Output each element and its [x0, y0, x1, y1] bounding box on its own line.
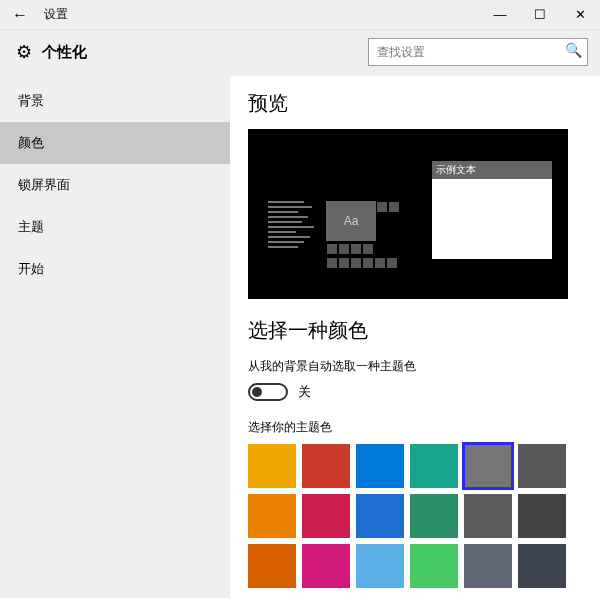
page-title: 个性化	[36, 43, 87, 62]
preview-window: 示例文本	[432, 161, 552, 259]
close-button[interactable]: ✕	[560, 7, 600, 22]
preview-window-title: 示例文本	[432, 161, 552, 179]
auto-pick-toggle[interactable]	[248, 383, 288, 401]
color-swatch-14[interactable]	[356, 544, 404, 588]
choose-color-heading: 选择一种颜色	[248, 317, 582, 344]
color-swatch-17[interactable]	[518, 544, 566, 588]
sidebar-item-3[interactable]: 主题	[0, 206, 230, 248]
color-swatch-8[interactable]	[356, 494, 404, 538]
color-swatch-6[interactable]	[248, 494, 296, 538]
preview-area: Aa 示例文本	[248, 129, 568, 299]
color-swatch-11[interactable]	[518, 494, 566, 538]
auto-pick-label: 从我的背景自动选取一种主题色	[248, 358, 582, 375]
sidebar-item-0[interactable]: 背景	[0, 80, 230, 122]
color-swatch-3[interactable]	[410, 444, 458, 488]
sidebar: 背景颜色锁屏界面主题开始	[0, 76, 230, 598]
color-swatch-grid	[248, 444, 578, 588]
color-swatch-7[interactable]	[302, 494, 350, 538]
preview-accent-tile: Aa	[326, 201, 376, 241]
color-swatch-15[interactable]	[410, 544, 458, 588]
window-title: 设置	[40, 6, 480, 23]
color-swatch-1[interactable]	[302, 444, 350, 488]
sidebar-item-1[interactable]: 颜色	[0, 122, 230, 164]
sidebar-item-2[interactable]: 锁屏界面	[0, 164, 230, 206]
search-input[interactable]	[368, 38, 588, 66]
maximize-button[interactable]: ☐	[520, 7, 560, 22]
color-swatch-12[interactable]	[248, 544, 296, 588]
color-swatch-10[interactable]	[464, 494, 512, 538]
color-swatch-5[interactable]	[518, 444, 566, 488]
gear-icon: ⚙	[12, 41, 36, 63]
preview-heading: 预览	[248, 90, 582, 117]
search-icon[interactable]: 🔍	[565, 42, 582, 58]
preview-start-tiles: Aa	[326, 201, 426, 269]
sidebar-item-4[interactable]: 开始	[0, 248, 230, 290]
color-swatch-0[interactable]	[248, 444, 296, 488]
minimize-button[interactable]: —	[480, 7, 520, 22]
color-swatch-16[interactable]	[464, 544, 512, 588]
search-box: 🔍	[368, 38, 588, 66]
accent-label: 选择你的主题色	[248, 419, 582, 436]
toggle-state-label: 关	[298, 383, 311, 401]
color-swatch-13[interactable]	[302, 544, 350, 588]
color-swatch-2[interactable]	[356, 444, 404, 488]
titlebar: ← 设置 — ☐ ✕	[0, 0, 600, 30]
preview-start-list	[268, 201, 318, 251]
header: ⚙ 个性化 🔍	[0, 30, 600, 76]
color-swatch-4[interactable]	[464, 444, 512, 488]
color-swatch-9[interactable]	[410, 494, 458, 538]
back-button[interactable]: ←	[0, 6, 40, 24]
content-panel: 预览 Aa 示例文本 选择一种颜色	[230, 76, 600, 598]
